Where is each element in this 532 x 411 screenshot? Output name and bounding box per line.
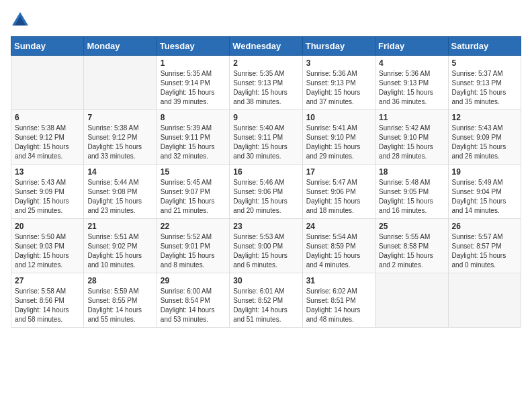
calendar-day-header: Sunday bbox=[11, 37, 84, 56]
calendar-cell: 26Sunrise: 5:57 AM Sunset: 8:57 PM Dayli… bbox=[448, 219, 521, 273]
calendar-cell: 12Sunrise: 5:43 AM Sunset: 9:09 PM Dayli… bbox=[448, 110, 521, 165]
day-content: Sunrise: 5:38 AM Sunset: 9:12 PM Dayligh… bbox=[15, 124, 80, 161]
calendar-cell: 2Sunrise: 5:35 AM Sunset: 9:13 PM Daylig… bbox=[230, 56, 302, 110]
day-number: 15 bbox=[161, 167, 226, 177]
day-content: Sunrise: 5:40 AM Sunset: 9:11 PM Dayligh… bbox=[233, 124, 298, 161]
calendar-week-row: 1Sunrise: 5:35 AM Sunset: 9:14 PM Daylig… bbox=[11, 56, 521, 110]
day-number: 2 bbox=[233, 58, 298, 68]
calendar-cell: 11Sunrise: 5:42 AM Sunset: 9:10 PM Dayli… bbox=[375, 110, 448, 165]
calendar-cell: 6Sunrise: 5:38 AM Sunset: 9:12 PM Daylig… bbox=[11, 110, 84, 165]
calendar-day-header: Monday bbox=[84, 37, 157, 56]
day-content: Sunrise: 5:35 AM Sunset: 9:13 PM Dayligh… bbox=[233, 69, 298, 107]
day-number: 17 bbox=[306, 167, 371, 177]
calendar-cell: 14Sunrise: 5:44 AM Sunset: 9:08 PM Dayli… bbox=[84, 165, 157, 219]
calendar-cell: 4Sunrise: 5:36 AM Sunset: 9:13 PM Daylig… bbox=[375, 56, 448, 110]
day-number: 30 bbox=[233, 276, 298, 285]
calendar-cell: 21Sunrise: 5:51 AM Sunset: 9:02 PM Dayli… bbox=[84, 219, 157, 273]
day-content: Sunrise: 6:02 AM Sunset: 8:51 PM Dayligh… bbox=[306, 287, 371, 324]
day-content: Sunrise: 5:37 AM Sunset: 9:13 PM Dayligh… bbox=[452, 69, 517, 107]
calendar-table: SundayMondayTuesdayWednesdayThursdayFrid… bbox=[11, 36, 521, 328]
calendar-cell: 18Sunrise: 5:48 AM Sunset: 9:05 PM Dayli… bbox=[375, 165, 448, 219]
day-content: Sunrise: 5:55 AM Sunset: 8:58 PM Dayligh… bbox=[379, 232, 444, 270]
day-content: Sunrise: 5:35 AM Sunset: 9:14 PM Dayligh… bbox=[161, 69, 226, 107]
day-number: 10 bbox=[306, 113, 371, 122]
day-content: Sunrise: 6:00 AM Sunset: 8:54 PM Dayligh… bbox=[161, 287, 226, 324]
day-number: 16 bbox=[233, 167, 298, 177]
day-number: 9 bbox=[233, 113, 298, 122]
day-content: Sunrise: 5:58 AM Sunset: 8:56 PM Dayligh… bbox=[15, 287, 80, 324]
day-number: 25 bbox=[379, 222, 444, 231]
day-number: 13 bbox=[15, 167, 80, 177]
day-number: 11 bbox=[379, 113, 444, 122]
day-number: 22 bbox=[161, 222, 226, 231]
day-content: Sunrise: 5:45 AM Sunset: 9:07 PM Dayligh… bbox=[161, 178, 226, 216]
day-number: 28 bbox=[87, 276, 152, 285]
page-header bbox=[11, 11, 521, 30]
calendar-day-header: Wednesday bbox=[230, 37, 302, 56]
day-number: 19 bbox=[452, 167, 517, 177]
calendar-cell: 19Sunrise: 5:49 AM Sunset: 9:04 PM Dayli… bbox=[448, 165, 521, 219]
calendar-cell: 28Sunrise: 5:59 AM Sunset: 8:55 PM Dayli… bbox=[84, 273, 157, 328]
calendar-day-header: Saturday bbox=[448, 37, 521, 56]
day-content: Sunrise: 5:51 AM Sunset: 9:02 PM Dayligh… bbox=[87, 232, 152, 270]
calendar-cell: 13Sunrise: 5:43 AM Sunset: 9:09 PM Dayli… bbox=[11, 165, 84, 219]
day-content: Sunrise: 5:44 AM Sunset: 9:08 PM Dayligh… bbox=[87, 178, 152, 216]
logo bbox=[11, 11, 32, 30]
calendar-cell bbox=[448, 273, 521, 328]
calendar-week-row: 6Sunrise: 5:38 AM Sunset: 9:12 PM Daylig… bbox=[11, 110, 521, 165]
day-number: 14 bbox=[87, 167, 152, 177]
calendar-cell: 22Sunrise: 5:52 AM Sunset: 9:01 PM Dayli… bbox=[157, 219, 229, 273]
calendar-cell: 16Sunrise: 5:46 AM Sunset: 9:06 PM Dayli… bbox=[230, 165, 302, 219]
calendar-cell: 25Sunrise: 5:55 AM Sunset: 8:58 PM Dayli… bbox=[375, 219, 448, 273]
calendar-header-row: SundayMondayTuesdayWednesdayThursdayFrid… bbox=[11, 37, 521, 56]
calendar-cell: 5Sunrise: 5:37 AM Sunset: 9:13 PM Daylig… bbox=[448, 56, 521, 110]
calendar-day-header: Tuesday bbox=[157, 37, 229, 56]
day-content: Sunrise: 5:54 AM Sunset: 8:59 PM Dayligh… bbox=[306, 232, 371, 270]
day-number: 18 bbox=[379, 167, 444, 177]
calendar-cell: 9Sunrise: 5:40 AM Sunset: 9:11 PM Daylig… bbox=[230, 110, 302, 165]
day-content: Sunrise: 5:43 AM Sunset: 9:09 PM Dayligh… bbox=[452, 124, 517, 161]
logo-icon bbox=[11, 11, 30, 30]
day-content: Sunrise: 6:01 AM Sunset: 8:52 PM Dayligh… bbox=[233, 287, 298, 324]
calendar-week-row: 20Sunrise: 5:50 AM Sunset: 9:03 PM Dayli… bbox=[11, 219, 521, 273]
calendar-cell: 31Sunrise: 6:02 AM Sunset: 8:51 PM Dayli… bbox=[302, 273, 375, 328]
day-number: 31 bbox=[306, 276, 371, 285]
calendar-cell: 23Sunrise: 5:53 AM Sunset: 9:00 PM Dayli… bbox=[230, 219, 302, 273]
day-number: 7 bbox=[87, 113, 152, 122]
day-number: 26 bbox=[452, 222, 517, 231]
calendar-cell: 10Sunrise: 5:41 AM Sunset: 9:10 PM Dayli… bbox=[302, 110, 375, 165]
day-number: 23 bbox=[233, 222, 298, 231]
day-content: Sunrise: 5:46 AM Sunset: 9:06 PM Dayligh… bbox=[233, 178, 298, 216]
day-content: Sunrise: 5:36 AM Sunset: 9:13 PM Dayligh… bbox=[379, 69, 444, 107]
day-number: 12 bbox=[452, 113, 517, 122]
day-number: 6 bbox=[15, 113, 80, 122]
day-content: Sunrise: 5:42 AM Sunset: 9:10 PM Dayligh… bbox=[379, 124, 444, 161]
day-number: 3 bbox=[306, 58, 371, 68]
calendar-day-header: Friday bbox=[375, 37, 448, 56]
day-number: 8 bbox=[161, 113, 226, 122]
calendar-cell: 8Sunrise: 5:39 AM Sunset: 9:11 PM Daylig… bbox=[157, 110, 229, 165]
day-content: Sunrise: 5:59 AM Sunset: 8:55 PM Dayligh… bbox=[87, 287, 152, 324]
day-content: Sunrise: 5:41 AM Sunset: 9:10 PM Dayligh… bbox=[306, 124, 371, 161]
day-number: 20 bbox=[15, 222, 80, 231]
calendar-week-row: 27Sunrise: 5:58 AM Sunset: 8:56 PM Dayli… bbox=[11, 273, 521, 328]
day-content: Sunrise: 5:38 AM Sunset: 9:12 PM Dayligh… bbox=[87, 124, 152, 161]
day-content: Sunrise: 5:43 AM Sunset: 9:09 PM Dayligh… bbox=[15, 178, 80, 216]
day-content: Sunrise: 5:49 AM Sunset: 9:04 PM Dayligh… bbox=[452, 178, 517, 216]
day-content: Sunrise: 5:53 AM Sunset: 9:00 PM Dayligh… bbox=[233, 232, 298, 270]
calendar-cell: 20Sunrise: 5:50 AM Sunset: 9:03 PM Dayli… bbox=[11, 219, 84, 273]
day-content: Sunrise: 5:47 AM Sunset: 9:06 PM Dayligh… bbox=[306, 178, 371, 216]
calendar-cell: 29Sunrise: 6:00 AM Sunset: 8:54 PM Dayli… bbox=[157, 273, 229, 328]
day-content: Sunrise: 5:57 AM Sunset: 8:57 PM Dayligh… bbox=[452, 232, 517, 270]
calendar-cell: 17Sunrise: 5:47 AM Sunset: 9:06 PM Dayli… bbox=[302, 165, 375, 219]
day-number: 29 bbox=[161, 276, 226, 285]
day-content: Sunrise: 5:39 AM Sunset: 9:11 PM Dayligh… bbox=[161, 124, 226, 161]
day-number: 21 bbox=[87, 222, 152, 231]
calendar-cell: 30Sunrise: 6:01 AM Sunset: 8:52 PM Dayli… bbox=[230, 273, 302, 328]
calendar-cell bbox=[11, 56, 84, 110]
calendar-week-row: 13Sunrise: 5:43 AM Sunset: 9:09 PM Dayli… bbox=[11, 165, 521, 219]
day-number: 1 bbox=[161, 58, 226, 68]
day-content: Sunrise: 5:52 AM Sunset: 9:01 PM Dayligh… bbox=[161, 232, 226, 270]
calendar-cell bbox=[84, 56, 157, 110]
day-number: 27 bbox=[15, 276, 80, 285]
